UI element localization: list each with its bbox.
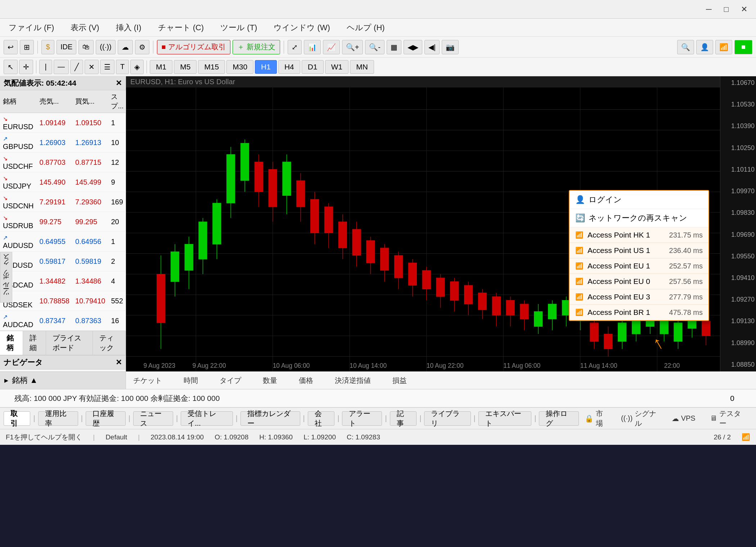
tf-m5[interactable]: M5 bbox=[174, 60, 197, 74]
toolbar-zoomout-btn[interactable]: 🔍- bbox=[365, 40, 384, 54]
ap-row-2[interactable]: 📶 Access Point EU 1 252.57 ms bbox=[570, 258, 708, 274]
ap-row-3[interactable]: 📶 Access Point EU 0 257.56 ms bbox=[570, 274, 708, 289]
quote-row-9[interactable]: ↘ USDSEK 10.78858 10.79410 552 bbox=[0, 291, 126, 311]
quote-row-2[interactable]: ↘ USDCHF 0.87703 0.87715 12 bbox=[0, 153, 126, 172]
toolbar-arrow-btn[interactable]: ↩ bbox=[4, 40, 18, 54]
chart-area[interactable]: EURUSD, H1: Euro vs US Dollar bbox=[126, 76, 756, 371]
vps-btn[interactable]: ☁ VPS bbox=[669, 413, 698, 424]
navigator-close-icon[interactable]: ✕ bbox=[116, 358, 122, 367]
toolbar-wifi-btn[interactable]: 📶 bbox=[715, 40, 732, 54]
bottom-tab-trade[interactable]: 取引 bbox=[4, 411, 30, 426]
menu-tools[interactable]: ツール (T) bbox=[217, 21, 260, 35]
quote-tab-symbol[interactable]: 銘柄 bbox=[0, 331, 23, 355]
quote-row-10[interactable]: ↗ AUDCAD 0.87347 0.87363 16 bbox=[0, 311, 126, 331]
bottom-tab-calendar[interactable]: 指標カレンダー bbox=[240, 411, 300, 426]
toolbar-dollar-btn[interactable]: $ bbox=[41, 40, 54, 54]
toolbar-chart2-btn[interactable]: 📈 bbox=[323, 40, 340, 54]
market-btn[interactable]: 🔒 市場 bbox=[582, 408, 609, 429]
context-login[interactable]: 👤 ログイン bbox=[570, 191, 708, 209]
bottom-tab-history[interactable]: 口座履歴 bbox=[86, 411, 126, 426]
bottom-tab-ratio[interactable]: 運用比率 bbox=[38, 411, 78, 426]
bottom-tab-news[interactable]: ニュース bbox=[133, 411, 173, 426]
quote-tab-detail[interactable]: 詳細 bbox=[23, 331, 46, 355]
toolbar-chart1-btn[interactable]: 📊 bbox=[304, 40, 321, 54]
tf-draw3-btn[interactable]: ╱ bbox=[70, 60, 83, 74]
tf-d1[interactable]: D1 bbox=[302, 60, 324, 74]
bottom-tab-journal[interactable]: 操作ログ bbox=[539, 411, 579, 426]
tf-cross-btn[interactable]: ✛ bbox=[19, 60, 33, 74]
tester-btn[interactable]: 🖥 テスター bbox=[707, 408, 745, 429]
ap-row-0[interactable]: 📶 Access Point HK 1 231.75 ms bbox=[570, 227, 708, 243]
new-order-btn[interactable]: ＋ 新規注文 bbox=[233, 40, 280, 54]
ap-row-5[interactable]: 📶 Access Point BR 1 475.78 ms bbox=[570, 305, 708, 320]
menu-insert[interactable]: 挿入 (I) bbox=[113, 21, 144, 35]
signal-btn[interactable]: ((·)) シグナル bbox=[618, 408, 660, 429]
toolbar-status-btn[interactable]: ■ bbox=[734, 40, 752, 54]
bottom-tab-articles[interactable]: 記事 bbox=[390, 411, 417, 426]
toolbar-signal-btn[interactable]: ((·)) bbox=[96, 40, 115, 54]
algo-trade-btn[interactable]: ■ アルゴリズム取引 bbox=[157, 40, 230, 54]
bottom-tab-inbox[interactable]: 受信トレイ... bbox=[181, 411, 233, 426]
quote-row-4[interactable]: ↘ USDCNH 7.29191 7.29360 169 bbox=[0, 192, 126, 212]
tf-mn[interactable]: MN bbox=[350, 60, 374, 74]
ap-row-1[interactable]: 📶 Access Point US 1 236.40 ms bbox=[570, 243, 708, 258]
bottom-tab-company[interactable]: 会社 bbox=[308, 411, 334, 426]
login-icon: 👤 bbox=[575, 195, 585, 204]
tf-m15[interactable]: M15 bbox=[198, 60, 225, 74]
tf-draw5-btn[interactable]: ☰ bbox=[100, 60, 114, 74]
context-rescan[interactable]: 🔄 ネットワークの再スキャン bbox=[570, 209, 708, 227]
tf-draw2-btn[interactable]: — bbox=[54, 60, 69, 74]
menu-chart[interactable]: チャート (C) bbox=[155, 21, 207, 35]
toolbar-search-btn[interactable]: 🔍 bbox=[677, 40, 694, 54]
toolbar-bag-btn[interactable]: 🛍 bbox=[78, 40, 94, 54]
bottom-tab-alerts[interactable]: アラート bbox=[342, 411, 382, 426]
minimize-button[interactable]: ─ bbox=[703, 3, 715, 15]
menu-window[interactable]: ウインドウ (W) bbox=[271, 21, 333, 35]
access-points-section: 📶 Access Point HK 1 231.75 ms 📶 Access P… bbox=[570, 227, 708, 320]
quote-tab-priceboard[interactable]: プライスボード bbox=[46, 331, 93, 355]
toolbar-zoomin-btn[interactable]: 🔍+ bbox=[342, 40, 363, 54]
toolbar-grid2-btn[interactable]: ▦ bbox=[387, 40, 401, 54]
quote-bid-5: 99.275 bbox=[37, 212, 72, 232]
quote-ask-4: 7.29360 bbox=[72, 192, 108, 212]
close-button[interactable]: ✕ bbox=[738, 3, 750, 15]
tf-draw7-btn[interactable]: ◈ bbox=[130, 60, 144, 74]
tf-h1[interactable]: H1 bbox=[255, 60, 277, 74]
quote-row-1[interactable]: ↗ GBPUSD 1.26903 1.26913 10 bbox=[0, 133, 126, 153]
quote-close-icon[interactable]: ✕ bbox=[116, 79, 122, 87]
quote-bid-2: 0.87703 bbox=[37, 153, 72, 172]
menu-help[interactable]: ヘルプ (H) bbox=[344, 21, 388, 35]
toolbar-scroll2-btn[interactable]: ◀| bbox=[424, 40, 440, 54]
quote-row-5[interactable]: ↘ USDRUB 99.275 99.295 20 bbox=[0, 212, 126, 232]
tf-draw6-btn[interactable]: T bbox=[116, 60, 129, 74]
quote-row-3[interactable]: ↘ USDJPY 145.490 145.499 9 bbox=[0, 172, 126, 192]
tf-draw1-btn[interactable]: | bbox=[39, 60, 52, 74]
quote-row-6[interactable]: ↗ AUDUSD 0.64955 0.64956 1 bbox=[0, 232, 126, 252]
quote-row-7[interactable]: ↗ NZDUSD 0.59817 0.59819 2 bbox=[0, 252, 126, 271]
maximize-button[interactable]: □ bbox=[721, 3, 732, 15]
quote-row-8[interactable]: ↘ USDCAD 1.34482 1.34486 4 bbox=[0, 271, 126, 291]
bottom-tab-expert[interactable]: エキスパート bbox=[478, 411, 531, 426]
tf-cursor-btn[interactable]: ↖ bbox=[4, 60, 18, 74]
toolbar-ide-btn[interactable]: IDE bbox=[57, 40, 76, 54]
quote-tab-tick[interactable]: ティック bbox=[93, 331, 126, 355]
toolbar-settings-btn[interactable]: ⚙ bbox=[135, 40, 149, 54]
ap-row-4[interactable]: 📶 Access Point EU 3 277.79 ms bbox=[570, 289, 708, 305]
toolbar-crosshair-btn[interactable]: ⤢ bbox=[288, 40, 302, 54]
toolbar-user-btn[interactable]: 👤 bbox=[696, 40, 713, 54]
tf-m1[interactable]: M1 bbox=[150, 60, 172, 74]
quote-row-0[interactable]: ↘ EURUSD 1.09149 1.09150 1 bbox=[0, 113, 126, 133]
menu-file[interactable]: ファイル (F) bbox=[6, 21, 57, 35]
tf-m30[interactable]: M30 bbox=[226, 60, 253, 74]
toolbar-grid-btn[interactable]: ⊞ bbox=[20, 40, 34, 54]
tf-draw4-btn[interactable]: ✕ bbox=[85, 60, 99, 74]
toolbar-scroll-btn[interactable]: ◀▶ bbox=[404, 40, 422, 54]
nav-item-metatrader[interactable]: 🖥 MetaTrader 5 bbox=[0, 370, 126, 371]
bottom-tab-library[interactable]: ライブラリ bbox=[424, 411, 471, 426]
tf-w1[interactable]: W1 bbox=[325, 60, 349, 74]
tf-h4[interactable]: H4 bbox=[278, 60, 300, 74]
menu-view[interactable]: 表示 (V) bbox=[68, 21, 102, 35]
toolbar-screenshot-btn[interactable]: 📷 bbox=[442, 40, 459, 54]
toolbox-tab[interactable]: ツールボックス bbox=[0, 252, 12, 303]
toolbar-cloud-btn[interactable]: ☁ bbox=[118, 40, 133, 54]
